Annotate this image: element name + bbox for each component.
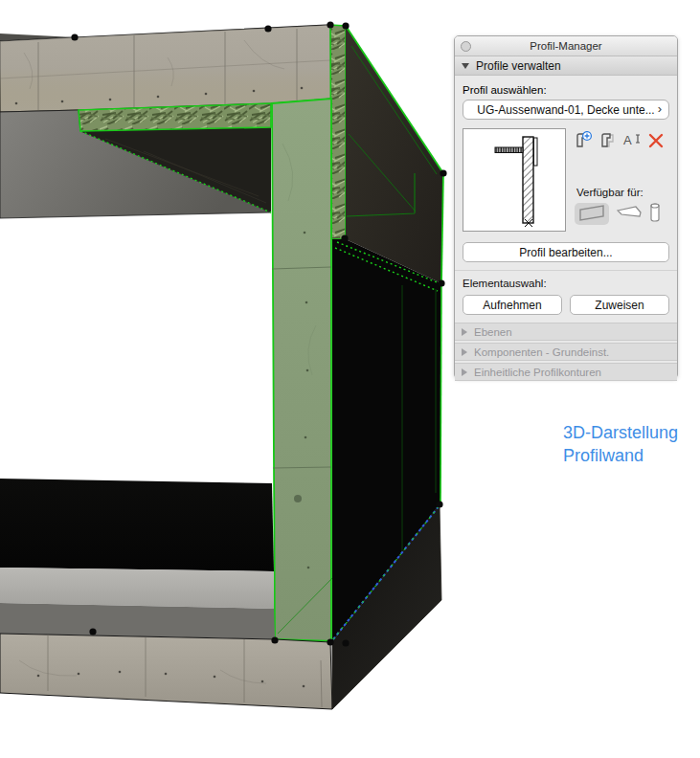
close-icon[interactable] [461,41,471,52]
section-komponenten[interactable]: Komponenten - Grundeinst. [455,343,677,361]
column-type-icon[interactable] [649,202,661,225]
profile-dropdown[interactable]: UG-Aussenwand-01, Decke unte... › [463,100,669,120]
chevron-right-icon [462,348,467,356]
chevron-right-icon [462,328,467,336]
3d-viewport[interactable] [0,0,450,758]
profile-wall-face[interactable] [272,99,332,641]
section-title: Profile verwalten [476,59,561,73]
section-ebenen[interactable]: Ebenen [455,323,677,341]
profile-wall-cut-strip[interactable] [330,25,346,239]
interior-dark-left[interactable] [0,479,274,571]
edit-profile-button[interactable]: Profil bearbeiten... [463,242,669,262]
beam-type-icon[interactable] [617,205,642,222]
panel-title: Profil-Manager [530,40,601,52]
annotation-text: 3D-Darstellung Profilwand [563,421,678,467]
wall-type-icon[interactable] [575,203,609,225]
floor-surface[interactable] [0,568,274,609]
divider [455,270,677,271]
chevron-down-icon [462,63,469,69]
duplicate-profile-icon[interactable] [598,131,617,151]
assign-button[interactable]: Zuweisen [570,295,669,315]
floor-slab-fascia[interactable] [0,634,332,709]
rename-profile-icon[interactable]: A [622,131,642,151]
svg-text:A: A [623,133,632,147]
profile-preview [463,128,566,232]
profil-manager-panel: Profil-Manager Profile verwalten Profil … [454,35,678,379]
new-profile-icon[interactable] [575,131,593,151]
pick-up-button[interactable]: Aufnehmen [463,295,562,315]
panel-titlebar[interactable]: Profil-Manager [455,36,677,56]
profile-cross-section [495,137,537,227]
delete-profile-icon[interactable] [647,132,665,151]
annotation-line2: Profilwand [563,444,678,467]
element-selection-label: Elementauswahl: [463,278,669,289]
floor-slab-edge[interactable] [0,603,275,639]
available-for-label: Verfügbar für: [576,187,669,198]
section-profile-verwalten[interactable]: Profile verwalten [455,56,677,76]
chevron-right-icon [462,368,467,376]
profile-select-label: Profil auswählen: [463,84,669,96]
section-profilkonturen[interactable]: Einheitliche Profilkonturen [455,363,677,381]
wall-outer-dark-face[interactable] [346,26,443,283]
profile-dropdown-value: UG-Aussenwand-01, Decke unte... [477,103,654,117]
annotation-line1: 3D-Darstellung [563,421,678,444]
app-window: Profil-Manager Profile verwalten Profil … [0,0,700,758]
chevron-right-icon: › [658,101,662,116]
